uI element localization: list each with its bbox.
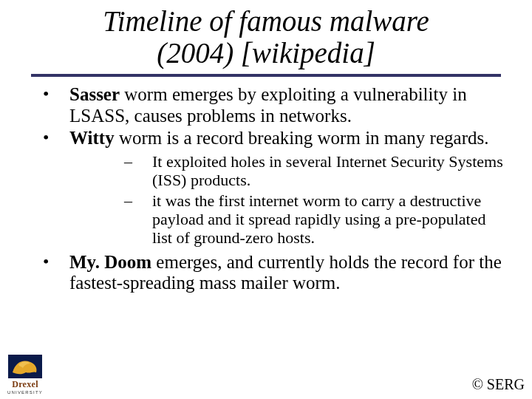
logo-name: Drexel [4, 379, 46, 390]
list-item: My. Doom emerges, and currently holds th… [27, 252, 505, 295]
item-text: worm is a record breaking worm in many r… [115, 128, 489, 148]
slide-title: Timeline of famous malware (2004) [wikip… [0, 0, 532, 74]
list-item: It exploited holes in several Internet S… [69, 152, 505, 190]
slide: Timeline of famous malware (2004) [wikip… [0, 0, 532, 399]
university-logo: Drexel UNIVERSITY [4, 355, 46, 395]
title-line-1: Timeline of famous malware [103, 5, 429, 37]
item-text: worm emerges by exploiting a vulnerabili… [69, 84, 467, 126]
bullet-list: Sasser worm emerges by exploiting a vuln… [27, 84, 505, 294]
bold-term: Sasser [69, 84, 120, 104]
logo-subtitle: UNIVERSITY [4, 390, 46, 395]
bold-term: My. Doom [69, 252, 151, 272]
bold-term: Witty [69, 128, 115, 148]
title-underline [31, 74, 501, 77]
item-text: it was the first internet worm to carry … [152, 191, 485, 248]
item-text: It exploited holes in several Internet S… [152, 152, 503, 189]
dragon-icon [8, 355, 42, 378]
title-line-2: (2004) [wikipedia] [157, 37, 375, 69]
list-item: it was the first internet worm to carry … [69, 191, 505, 248]
slide-body: Sasser worm emerges by exploiting a vuln… [0, 84, 532, 294]
sub-bullet-list: It exploited holes in several Internet S… [69, 152, 505, 247]
list-item: Witty worm is a record breaking worm in … [27, 128, 505, 247]
list-item: Sasser worm emerges by exploiting a vuln… [27, 84, 505, 127]
footer-copyright: © SERG [472, 376, 525, 393]
